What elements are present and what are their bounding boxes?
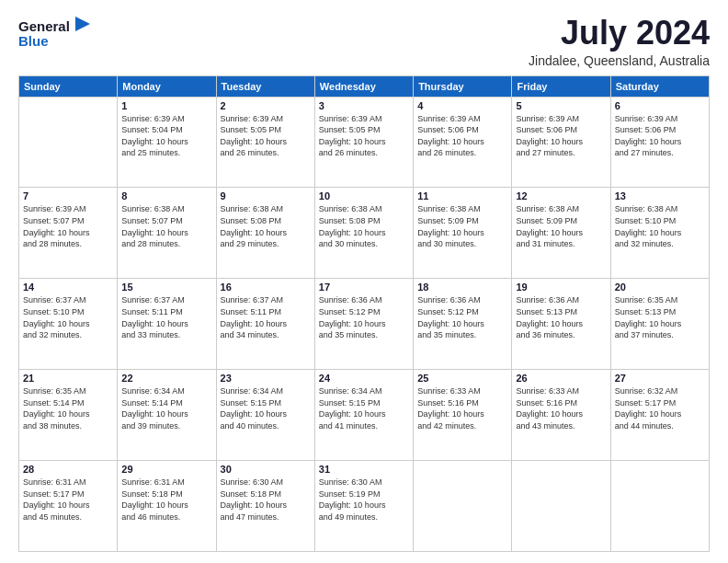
day-number: 7 — [23, 190, 113, 201]
calendar-cell: 1Sunrise: 6:39 AM Sunset: 5:04 PM Daylig… — [118, 97, 216, 188]
svg-marker-1 — [75, 17, 90, 31]
day-info: Sunrise: 6:39 AM Sunset: 5:06 PM Dayligh… — [615, 113, 705, 159]
calendar-cell: 19Sunrise: 6:36 AM Sunset: 5:13 PM Dayli… — [512, 279, 610, 370]
calendar-cell: 27Sunrise: 6:32 AM Sunset: 5:17 PM Dayli… — [610, 370, 709, 461]
calendar-cell: 5Sunrise: 6:39 AM Sunset: 5:06 PM Daylig… — [512, 97, 610, 188]
location-title: Jindalee, Queensland, Australia — [529, 53, 710, 68]
day-info: Sunrise: 6:37 AM Sunset: 5:11 PM Dayligh… — [121, 294, 211, 340]
day-number: 22 — [121, 373, 211, 384]
calendar-cell: 28Sunrise: 6:31 AM Sunset: 5:17 PM Dayli… — [19, 461, 118, 552]
week-row-3: 14Sunrise: 6:37 AM Sunset: 5:10 PM Dayli… — [19, 279, 710, 370]
day-number: 24 — [319, 373, 409, 384]
calendar-cell: 12Sunrise: 6:38 AM Sunset: 5:09 PM Dayli… — [512, 188, 610, 279]
week-row-4: 21Sunrise: 6:35 AM Sunset: 5:14 PM Dayli… — [19, 370, 710, 461]
day-number: 23 — [221, 373, 311, 384]
day-info: Sunrise: 6:37 AM Sunset: 5:11 PM Dayligh… — [221, 294, 311, 340]
day-info: Sunrise: 6:37 AM Sunset: 5:10 PM Dayligh… — [23, 294, 113, 340]
calendar-cell: 4Sunrise: 6:39 AM Sunset: 5:06 PM Daylig… — [414, 97, 512, 188]
day-number: 14 — [23, 282, 113, 293]
calendar-cell: 6Sunrise: 6:39 AM Sunset: 5:06 PM Daylig… — [610, 97, 709, 188]
day-info: Sunrise: 6:36 AM Sunset: 5:12 PM Dayligh… — [417, 294, 507, 340]
day-number: 13 — [615, 190, 705, 201]
day-number: 4 — [417, 100, 507, 111]
day-number: 19 — [516, 282, 606, 293]
day-info: Sunrise: 6:31 AM Sunset: 5:18 PM Dayligh… — [121, 477, 211, 523]
weekday-header-friday: Friday — [512, 75, 610, 97]
day-number: 6 — [615, 100, 705, 111]
day-info: Sunrise: 6:35 AM Sunset: 5:13 PM Dayligh… — [615, 294, 705, 340]
day-info: Sunrise: 6:39 AM Sunset: 5:06 PM Dayligh… — [417, 113, 507, 159]
day-info: Sunrise: 6:38 AM Sunset: 5:07 PM Dayligh… — [121, 203, 211, 249]
day-number: 27 — [615, 373, 705, 384]
day-number: 26 — [516, 373, 606, 384]
day-number: 21 — [23, 373, 113, 384]
calendar-cell — [512, 461, 610, 552]
day-info: Sunrise: 6:34 AM Sunset: 5:15 PM Dayligh… — [221, 385, 311, 431]
calendar-cell: 25Sunrise: 6:33 AM Sunset: 5:16 PM Dayli… — [414, 370, 512, 461]
day-info: Sunrise: 6:38 AM Sunset: 5:09 PM Dayligh… — [417, 203, 507, 249]
day-info: Sunrise: 6:33 AM Sunset: 5:16 PM Dayligh… — [417, 385, 507, 431]
calendar-cell: 24Sunrise: 6:34 AM Sunset: 5:15 PM Dayli… — [314, 370, 413, 461]
day-number: 31 — [319, 464, 409, 475]
calendar-cell — [414, 461, 512, 552]
day-info: Sunrise: 6:30 AM Sunset: 5:19 PM Dayligh… — [319, 477, 409, 523]
day-info: Sunrise: 6:39 AM Sunset: 5:06 PM Dayligh… — [516, 113, 606, 159]
day-number: 10 — [319, 190, 409, 201]
calendar-cell: 15Sunrise: 6:37 AM Sunset: 5:11 PM Dayli… — [118, 279, 216, 370]
day-info: Sunrise: 6:35 AM Sunset: 5:14 PM Dayligh… — [23, 385, 113, 431]
weekday-header-wednesday: Wednesday — [314, 75, 413, 97]
svg-text:General: General — [18, 18, 70, 34]
calendar-cell: 16Sunrise: 6:37 AM Sunset: 5:11 PM Dayli… — [216, 279, 314, 370]
logo-area: General Blue — [18, 15, 92, 59]
calendar-cell: 14Sunrise: 6:37 AM Sunset: 5:10 PM Dayli… — [19, 279, 118, 370]
day-info: Sunrise: 6:38 AM Sunset: 5:10 PM Dayligh… — [615, 203, 705, 249]
day-info: Sunrise: 6:31 AM Sunset: 5:17 PM Dayligh… — [23, 477, 113, 523]
day-number: 25 — [417, 373, 507, 384]
week-row-1: 1Sunrise: 6:39 AM Sunset: 5:04 PM Daylig… — [19, 97, 710, 188]
weekday-header-tuesday: Tuesday — [216, 75, 314, 97]
calendar-cell: 11Sunrise: 6:38 AM Sunset: 5:09 PM Dayli… — [414, 188, 512, 279]
title-area: July 2024 Jindalee, Queensland, Australi… — [529, 15, 710, 68]
weekday-header-saturday: Saturday — [610, 75, 709, 97]
day-info: Sunrise: 6:39 AM Sunset: 5:05 PM Dayligh… — [221, 113, 311, 159]
day-info: Sunrise: 6:34 AM Sunset: 5:15 PM Dayligh… — [319, 385, 409, 431]
calendar-cell: 29Sunrise: 6:31 AM Sunset: 5:18 PM Dayli… — [118, 461, 216, 552]
calendar-cell — [19, 97, 118, 188]
day-number: 18 — [417, 282, 507, 293]
day-number: 28 — [23, 464, 113, 475]
day-info: Sunrise: 6:30 AM Sunset: 5:18 PM Dayligh… — [221, 477, 311, 523]
day-info: Sunrise: 6:36 AM Sunset: 5:12 PM Dayligh… — [319, 294, 409, 340]
calendar-cell: 2Sunrise: 6:39 AM Sunset: 5:05 PM Daylig… — [216, 97, 314, 188]
day-number: 9 — [221, 190, 311, 201]
calendar-cell: 8Sunrise: 6:38 AM Sunset: 5:07 PM Daylig… — [118, 188, 216, 279]
day-info: Sunrise: 6:39 AM Sunset: 5:07 PM Dayligh… — [23, 203, 113, 249]
day-number: 12 — [516, 190, 606, 201]
weekday-header-monday: Monday — [118, 75, 216, 97]
week-row-2: 7Sunrise: 6:39 AM Sunset: 5:07 PM Daylig… — [19, 188, 710, 279]
calendar-cell: 13Sunrise: 6:38 AM Sunset: 5:10 PM Dayli… — [610, 188, 709, 279]
page: General Blue July 2024 Jindalee, Queensl… — [0, 0, 728, 563]
day-info: Sunrise: 6:38 AM Sunset: 5:08 PM Dayligh… — [221, 203, 311, 249]
day-number: 15 — [121, 282, 211, 293]
weekday-header-row: SundayMondayTuesdayWednesdayThursdayFrid… — [19, 75, 710, 97]
day-info: Sunrise: 6:33 AM Sunset: 5:16 PM Dayligh… — [516, 385, 606, 431]
calendar-cell: 18Sunrise: 6:36 AM Sunset: 5:12 PM Dayli… — [414, 279, 512, 370]
calendar-cell: 7Sunrise: 6:39 AM Sunset: 5:07 PM Daylig… — [19, 188, 118, 279]
calendar-table: SundayMondayTuesdayWednesdayThursdayFrid… — [18, 75, 710, 552]
day-number: 8 — [121, 190, 211, 201]
day-number: 2 — [221, 100, 311, 111]
calendar-cell: 31Sunrise: 6:30 AM Sunset: 5:19 PM Dayli… — [314, 461, 413, 552]
calendar-cell: 21Sunrise: 6:35 AM Sunset: 5:14 PM Dayli… — [19, 370, 118, 461]
calendar-cell: 10Sunrise: 6:38 AM Sunset: 5:08 PM Dayli… — [314, 188, 413, 279]
calendar-cell: 22Sunrise: 6:34 AM Sunset: 5:14 PM Dayli… — [118, 370, 216, 461]
calendar-cell: 26Sunrise: 6:33 AM Sunset: 5:16 PM Dayli… — [512, 370, 610, 461]
day-number: 20 — [615, 282, 705, 293]
calendar-cell: 17Sunrise: 6:36 AM Sunset: 5:12 PM Dayli… — [314, 279, 413, 370]
logo: General Blue — [18, 15, 92, 59]
day-info: Sunrise: 6:39 AM Sunset: 5:05 PM Dayligh… — [319, 113, 409, 159]
week-row-5: 28Sunrise: 6:31 AM Sunset: 5:17 PM Dayli… — [19, 461, 710, 552]
calendar-cell: 30Sunrise: 6:30 AM Sunset: 5:18 PM Dayli… — [216, 461, 314, 552]
day-number: 1 — [121, 100, 211, 111]
day-number: 30 — [221, 464, 311, 475]
day-info: Sunrise: 6:39 AM Sunset: 5:04 PM Dayligh… — [121, 113, 211, 159]
